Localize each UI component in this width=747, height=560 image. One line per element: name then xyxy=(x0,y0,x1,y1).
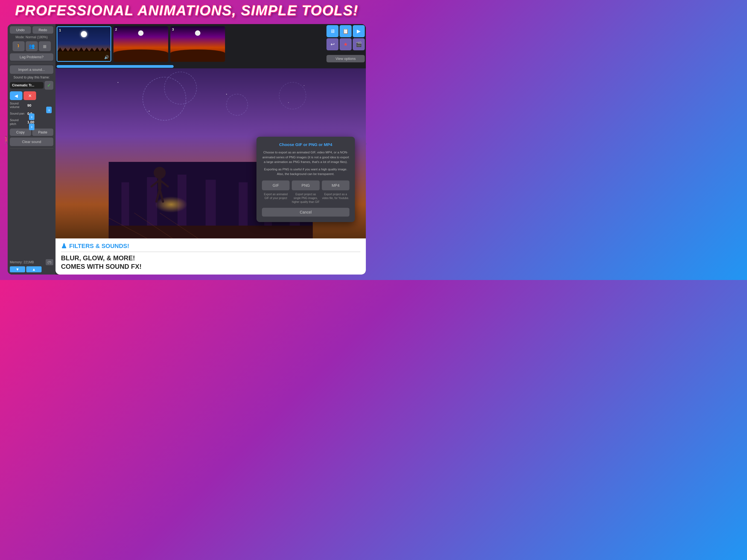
sidebar: Undo Redo Mode: Normal (180%) 🚶 👥 ▦ Lag … xyxy=(8,24,55,275)
dialog-title: Choose GIF or PNG or MP4 xyxy=(262,142,350,147)
png-desc: Export project as single PNG images, hig… xyxy=(292,193,319,204)
export-buttons: GIF PNG MP4 xyxy=(262,180,350,190)
stickman-character xyxy=(149,166,171,204)
gif-desc: Export an animated GIF of your project xyxy=(262,193,289,204)
persons-icon[interactable]: 👥 xyxy=(26,41,38,51)
sound-to-play-label: Sound to play this frame: xyxy=(10,75,53,79)
filter-title-text: FILTERS & SOUNDS! xyxy=(69,243,129,250)
toolbar-btn-3[interactable]: ▶ xyxy=(353,25,365,37)
sound-volume-value: 90 xyxy=(27,103,35,107)
title-banner: PROFESSIONAL ANIMATIONS, SIMPLE TOOLS! xyxy=(15,2,358,19)
svg-rect-15 xyxy=(109,226,313,238)
memory-section: Memory: 221MB (?) ▼ ▲ xyxy=(10,259,53,272)
frame-3[interactable]: 3 xyxy=(170,26,225,62)
mp4-desc: Export project as a video file, for Yout… xyxy=(322,193,350,204)
frame-1-sound-icon: 🔊 xyxy=(104,55,109,59)
clear-sound-button[interactable]: Clear sound xyxy=(10,137,53,146)
memory-arrows: ▼ ▲ xyxy=(10,266,53,272)
person-icon[interactable]: 🚶 xyxy=(12,41,25,51)
mp4-button[interactable]: MP4 xyxy=(322,180,350,190)
app-container: Undo Redo Mode: Normal (180%) 🚶 👥 ▦ Lag … xyxy=(8,24,366,275)
prev-arrow-button[interactable]: ◀ xyxy=(10,91,22,100)
progress-bar xyxy=(57,65,174,68)
frame-1-moon xyxy=(81,31,87,37)
canvas-area: Choose GIF or PNG or MP4 Choose to expor… xyxy=(55,68,366,238)
gif-button[interactable]: GIF xyxy=(262,180,289,190)
svg-point-19 xyxy=(154,167,166,179)
toolbar-btn-5[interactable]: ★ xyxy=(340,38,352,50)
frame-1[interactable]: 🔊 1 xyxy=(57,26,111,62)
main-area: Undo Redo Mode: Normal (180%) 🚶 👥 ▦ Lag … xyxy=(8,24,366,275)
cancel-button[interactable]: Cancel xyxy=(262,208,350,217)
import-sound-button[interactable]: Import a sound... xyxy=(10,65,53,74)
sound-pitch-thumb[interactable] xyxy=(29,124,34,130)
dialog-desc2: Exporting as PNG is useful if you want a… xyxy=(262,167,350,177)
svg-line-23 xyxy=(152,181,158,186)
undo-redo-row: Undo Redo xyxy=(10,26,53,34)
svg-rect-20 xyxy=(158,179,161,189)
filter-icon: ♟ xyxy=(61,242,67,250)
star-1 xyxy=(118,82,119,83)
frame-2[interactable]: 2 xyxy=(113,26,168,62)
frame-2-bg xyxy=(113,26,168,62)
undo-button[interactable]: Undo xyxy=(10,26,31,34)
paste-button[interactable]: Paste xyxy=(32,128,54,136)
view-options-button[interactable]: View options xyxy=(327,55,365,62)
star-2 xyxy=(226,94,227,95)
filter-title: ♟ FILTERS & SOUNDS! xyxy=(61,242,360,250)
sound-volume-section: Sound volume 90 xyxy=(10,102,53,110)
sound-file-name: Cinematic Tr... xyxy=(10,82,44,88)
memory-down-button[interactable]: ▼ xyxy=(10,266,25,272)
app-title: PROFESSIONAL ANIMATIONS, SIMPLE TOOLS! xyxy=(15,2,358,19)
bottom-panel: ♟ FILTERS & SOUNDS! BLUR, GLOW, & MORE!C… xyxy=(55,238,366,275)
tool-icons-row: 🚶 👥 ▦ xyxy=(10,41,53,51)
grid-icon[interactable]: ▦ xyxy=(39,41,51,51)
right-toolbar: 🖥 📋 ▶ ↩ ★ 🎬 xyxy=(327,25,365,50)
sound-pitch-label: Sound pitch xyxy=(10,119,26,126)
check-icon[interactable]: ✓ xyxy=(45,81,53,90)
redo-button[interactable]: Redo xyxy=(32,26,54,34)
content-area: 🔊 1 2 xyxy=(55,24,366,275)
frame-3-moon xyxy=(195,30,200,36)
frame-2-moon xyxy=(138,30,144,36)
sound-file-row: Cinematic Tr... ✓ xyxy=(10,81,53,90)
toolbar-btn-2[interactable]: 📋 xyxy=(340,25,352,37)
toolbar-btn-4[interactable]: ↩ xyxy=(327,38,338,50)
arrow-buttons-row: ◀ ✕ xyxy=(10,91,53,100)
frame-3-num: 3 xyxy=(172,27,174,31)
lag-problems-button[interactable]: Lag Problems? xyxy=(10,53,53,61)
export-dialog: Choose GIF or PNG or MP4 Choose to expor… xyxy=(256,137,355,222)
frames-strip: 🔊 1 2 xyxy=(55,24,366,65)
sound-volume-thumb[interactable] xyxy=(46,107,52,113)
frame-1-bg: 🔊 xyxy=(57,27,110,61)
sound-pan-thumb[interactable] xyxy=(29,113,34,120)
mode-label: Mode: Normal (180%) xyxy=(10,35,53,39)
memory-row: Memory: 221MB (?) xyxy=(10,259,53,265)
sound-volume-label: Sound volume xyxy=(10,102,26,109)
guide-circle-3 xyxy=(226,94,248,116)
png-button[interactable]: PNG xyxy=(292,180,319,190)
toolbar-btn-6[interactable]: 🎬 xyxy=(353,38,365,50)
memory-up-button[interactable]: ▲ xyxy=(26,266,42,272)
toolbar-btn-1[interactable]: 🖥 xyxy=(327,25,338,37)
memory-label: Memory: 221MB xyxy=(10,260,44,264)
guide-circle-2 xyxy=(164,72,197,104)
frame-3-bg xyxy=(170,26,225,62)
guide-circle-4 xyxy=(279,82,306,109)
progress-bar-area xyxy=(55,65,366,68)
dialog-desc: Choose to export as an animated GIF, vid… xyxy=(262,150,350,164)
divider-2 xyxy=(10,148,53,149)
frame-3-hill xyxy=(170,50,225,62)
svg-line-22 xyxy=(160,189,163,202)
frame-1-num: 1 xyxy=(59,28,61,32)
star-5 xyxy=(304,85,304,86)
frame-2-num: 2 xyxy=(115,27,117,31)
memory-help-button[interactable]: (?) xyxy=(46,259,53,265)
copy-button[interactable]: Copy xyxy=(10,128,31,136)
close-arrow-button[interactable]: ✕ xyxy=(24,91,36,100)
frame-1-ground xyxy=(57,51,110,61)
divider-1 xyxy=(10,63,53,63)
export-labels: Export an animated GIF of your project E… xyxy=(262,193,350,204)
frame-2-hill xyxy=(113,50,168,62)
divider-line xyxy=(61,252,360,252)
